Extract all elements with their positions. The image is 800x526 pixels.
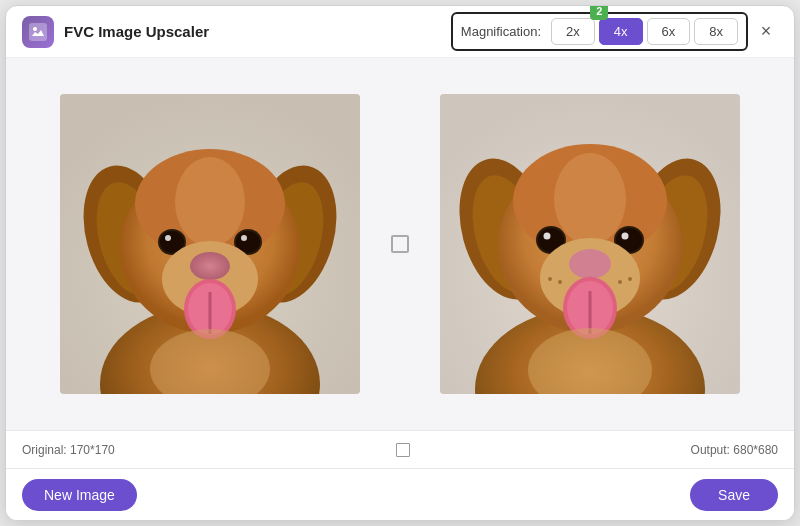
upscaled-image-box bbox=[440, 94, 740, 394]
app-title: FVC Image Upscaler bbox=[64, 23, 209, 40]
center-compare-icon bbox=[396, 443, 410, 457]
svg-point-45 bbox=[548, 277, 552, 281]
mag-6x-button[interactable]: 6x bbox=[647, 18, 691, 45]
svg-point-34 bbox=[544, 233, 551, 240]
mag-8x-button[interactable]: 8x bbox=[694, 18, 738, 45]
svg-rect-0 bbox=[29, 23, 47, 41]
divider-area bbox=[380, 235, 420, 253]
mag-2x-button[interactable]: 2x bbox=[551, 18, 595, 45]
svg-point-46 bbox=[618, 280, 622, 284]
original-dog-image bbox=[60, 94, 360, 394]
svg-point-1 bbox=[33, 27, 37, 31]
magnification-label: Magnification: bbox=[461, 24, 541, 39]
svg-point-10 bbox=[175, 157, 245, 247]
titlebar: FVC Image Upscaler 2 Magnification: 2x 4… bbox=[6, 6, 794, 58]
svg-point-47 bbox=[628, 277, 632, 281]
svg-point-16 bbox=[241, 235, 247, 241]
new-image-button[interactable]: New Image bbox=[22, 479, 137, 511]
original-image-box bbox=[60, 94, 360, 394]
output-size-label: Output: 680*680 bbox=[691, 443, 778, 457]
svg-point-44 bbox=[558, 280, 562, 284]
footer-bar: New Image Save bbox=[6, 468, 794, 520]
status-center bbox=[115, 443, 691, 457]
original-image-panel bbox=[40, 94, 380, 394]
app-logo bbox=[22, 16, 54, 48]
close-button[interactable]: × bbox=[752, 18, 780, 46]
svg-point-31 bbox=[554, 153, 626, 245]
compare-icon bbox=[391, 235, 409, 253]
upscaled-image-panel bbox=[420, 94, 760, 394]
status-bar: Original: 170*170 Output: 680*680 bbox=[6, 430, 794, 468]
svg-point-39 bbox=[569, 249, 611, 279]
mag-4x-button[interactable]: 4x bbox=[599, 18, 643, 45]
svg-point-37 bbox=[622, 233, 629, 240]
content-area bbox=[6, 58, 794, 430]
svg-point-18 bbox=[190, 252, 230, 280]
step-badge: 2 bbox=[590, 5, 608, 20]
upscaled-dog-image bbox=[440, 94, 740, 394]
magnification-control: 2 Magnification: 2x 4x 6x 8x bbox=[451, 12, 748, 51]
save-button[interactable]: Save bbox=[690, 479, 778, 511]
app-window: FVC Image Upscaler 2 Magnification: 2x 4… bbox=[5, 5, 795, 521]
original-size-label: Original: 170*170 bbox=[22, 443, 115, 457]
svg-point-13 bbox=[165, 235, 171, 241]
